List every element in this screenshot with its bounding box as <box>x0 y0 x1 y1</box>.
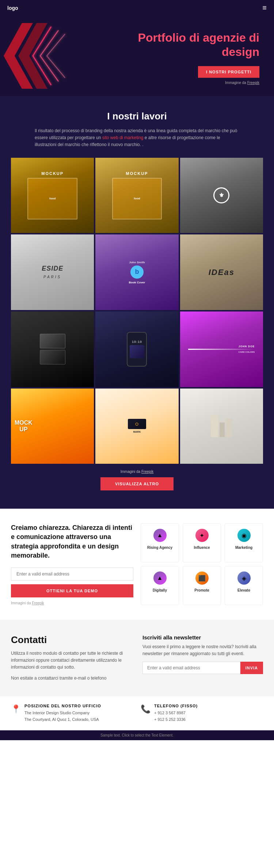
view-more-button[interactable]: VISUALIZZA ALTRO <box>100 477 174 490</box>
location-line2: The Courtyard, Al Quoz 1, Colorado, USA <box>24 716 101 723</box>
phone-label: TELEFONO (FISSO) <box>154 704 198 708</box>
newsletter-form: INVIA <box>142 662 263 674</box>
location-label: POSIZIONE DEL NOSTRO UFFICIO <box>24 704 101 708</box>
service-name-4: Digitally <box>153 588 167 592</box>
hero-section: Portfolio di agenzie di design I NOSTRI … <box>0 16 274 96</box>
newsletter-email-input[interactable] <box>142 662 240 674</box>
service-card-2[interactable]: ✦ Influence <box>183 523 221 562</box>
works-link[interactable]: sito web di marketing <box>102 135 144 140</box>
gallery-credit: Immagini da Freepik <box>11 470 263 474</box>
service-card-5[interactable]: ⬛ Promote <box>183 566 221 605</box>
contact-section: Contatti Utilizza il nostro modulo di co… <box>0 620 274 696</box>
gallery-grid: MOCKUP food MOCKUP food ⚜ <box>11 158 263 464</box>
location-icon: 📍 <box>11 704 21 714</box>
service-name-5: Promote <box>194 588 209 592</box>
works-title: I nostri lavori <box>11 111 263 122</box>
bottom-bar: Sample text. Click to select the Text El… <box>0 730 274 740</box>
rising-agency-icon: ▲ <box>153 529 167 542</box>
works-description: Il risultato del processo di branding de… <box>35 127 239 149</box>
footer-location: 📍 POSIZIONE DEL NOSTRO UFFICIO The Inter… <box>11 704 133 723</box>
gallery-item-1[interactable]: MOCKUP food <box>11 158 94 233</box>
footer-info: 📍 POSIZIONE DEL NOSTRO UFFICIO The Inter… <box>0 696 274 730</box>
services-freepik-link[interactable]: Freepik <box>32 601 44 605</box>
newsletter-title: Iscriviti alla newsletter <box>142 634 263 641</box>
newsletter-submit-button[interactable]: INVIA <box>240 662 263 674</box>
elevate-icon: ◈ <box>237 571 251 585</box>
logo: logo <box>7 5 18 11</box>
hero-credit: Immagine da Freepik <box>132 81 259 85</box>
bottom-bar-text: Sample text. Click to select the Text El… <box>100 733 174 737</box>
contact-left-panel: Contatti Utilizza il nostro modulo di co… <box>11 634 132 685</box>
phone-line2: + 912 5 252 3336 <box>154 716 198 723</box>
gallery-item-3[interactable]: ⚜ <box>180 158 263 233</box>
service-name-2: Influence <box>194 546 210 550</box>
services-tagline: Creiamo chiarezza. Chiarezza di intenti … <box>11 523 133 560</box>
service-card-1[interactable]: ▲ Rising Agency <box>141 523 179 562</box>
phone-icon: 📞 <box>141 704 151 714</box>
hero-freepik-link[interactable]: Freepik <box>247 81 259 85</box>
services-cards-grid: ▲ Rising Agency ✦ Influence ◉ Marketing … <box>141 523 263 605</box>
digitally-icon: ▲ <box>153 571 167 585</box>
contact-note: Non esitate a contattarci tramite e-mail… <box>11 675 132 682</box>
service-name-6: Elevate <box>237 588 250 592</box>
location-line1: The Interior Design Studio Company <box>24 710 101 716</box>
service-card-6[interactable]: ◈ Elevate <box>225 566 263 605</box>
hero-projects-button[interactable]: I NOSTRI PROGETTI <box>198 66 259 78</box>
gallery-item-8[interactable]: 10:10 <box>95 311 178 387</box>
services-credit: Immagini da Freepik <box>11 601 133 605</box>
demo-button[interactable]: OTTIENI LA TUA DEMO <box>11 584 133 597</box>
gallery-item-6[interactable]: IDEas <box>180 234 263 310</box>
gallery-item-12[interactable] <box>180 389 263 464</box>
service-name-1: Rising Agency <box>147 546 172 550</box>
hero-content: Portfolio di agenzie di design I NOSTRI … <box>132 31 259 85</box>
gallery-item-10[interactable]: MOCKUP <box>11 389 94 464</box>
gallery-item-7[interactable] <box>11 311 94 387</box>
gallery-item-5[interactable]: John Smith b Book Cover <box>95 234 178 310</box>
gallery-item-2[interactable]: MOCKUP food <box>95 158 178 233</box>
services-email-input[interactable] <box>11 567 133 581</box>
influence-icon: ✦ <box>195 529 209 542</box>
service-name-3: Marketing <box>235 546 252 550</box>
gallery-item-4[interactable]: ESIDEPARIS <box>11 234 94 310</box>
footer-phone: 📞 TELEFONO (FISSO) + 912 3 567 8987 + 91… <box>141 704 263 723</box>
gallery-item-11[interactable]: ⬡ MARK <box>95 389 178 464</box>
header: logo ≡ <box>0 0 274 16</box>
marketing-icon: ◉ <box>237 529 251 542</box>
hamburger-menu[interactable]: ≡ <box>262 4 267 12</box>
promote-icon: ⬛ <box>195 571 209 585</box>
hero-arrows-decoration <box>0 16 73 96</box>
services-section: Creiamo chiarezza. Chiarezza di intenti … <box>0 509 274 620</box>
newsletter-description: Vuoi essere il primo a leggere le nostre… <box>142 643 263 657</box>
svg-marker-1 <box>18 23 47 89</box>
contact-right-panel: Iscriviti alla newsletter Vuoi essere il… <box>142 634 263 685</box>
works-section: I nostri lavori Il risultato del process… <box>0 96 274 509</box>
svg-marker-0 <box>4 23 33 89</box>
phone-line1: + 912 3 567 8987 <box>154 710 198 716</box>
services-left-panel: Creiamo chiarezza. Chiarezza di intenti … <box>11 523 133 605</box>
hero-title: Portfolio di agenzie di design <box>132 31 259 59</box>
service-card-4[interactable]: ▲ Digitally <box>141 566 179 605</box>
contact-description: Utilizza il nostro modulo di contatto pe… <box>11 650 132 671</box>
service-card-3[interactable]: ◉ Marketing <box>225 523 263 562</box>
gallery-freepik-link[interactable]: Freepik <box>141 470 153 474</box>
gallery-item-9[interactable]: JOHN DOE CARD COLORS <box>180 311 263 387</box>
contact-title: Contatti <box>11 634 132 646</box>
